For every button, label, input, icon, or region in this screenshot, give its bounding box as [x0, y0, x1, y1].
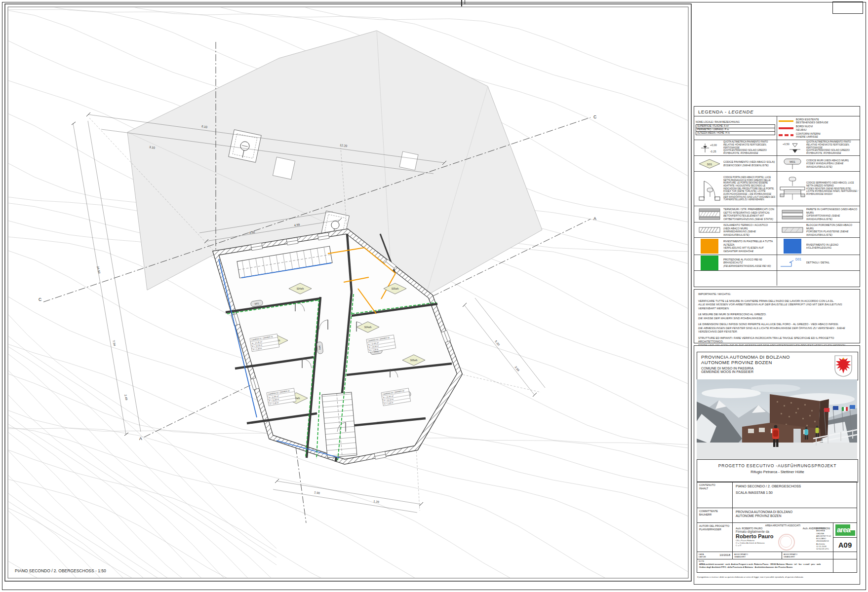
project-name: Rifugio Petrarca - Stettiner Hütte: [697, 470, 858, 474]
svg-text:S04a/b: S04a/b: [364, 326, 372, 329]
municipality-it: COMUNE DI MOSO IN PASSIRIA: [701, 367, 790, 370]
diamond-code-icon: S01: [696, 158, 723, 169]
titleblock-table: CONTENUTOINHALT PIANO SECONDO / 2. OBERG…: [697, 481, 857, 573]
legend-window: CODICE SERRAMENTO (VEDI ABACO), LUCE NET…: [777, 172, 860, 206]
gips-hatch-icon: [779, 208, 806, 220]
legend-empty-cell: [777, 271, 860, 286]
notes-box: IMPORTANTE / WICHTIG: VERIFICARE TUTTE L…: [694, 289, 860, 343]
note-paragraph: VERIFICARE TUTTE LE MISURE IN CANTIERE P…: [698, 299, 856, 311]
svg-text:M01: M01: [789, 160, 795, 163]
section-letter-c: C: [39, 297, 41, 302]
dim-label: 2.49: [124, 394, 128, 401]
project-title-strip: PROGETTO ESECUTIVO -AUSFÜHRUNGSPROJEKT R…: [697, 459, 858, 482]
stair-bottom: [322, 392, 357, 458]
door-symbol-icon: [696, 175, 723, 203]
legend-fire: PROTEZIONE AL FUOCO REI 60BRANDSCHUTZ (F…: [694, 255, 777, 271]
municipality-de: GEMEINDE MOOS IN PASSEIER: [701, 370, 790, 373]
firm-name: AREA ARCHITETTI ASSOCIATI: [733, 523, 833, 527]
level-triangle-icon: +0,50: [779, 142, 806, 154]
fire-line-icon: [701, 256, 718, 270]
rooflight-detail: [229, 130, 261, 162]
orange-line-swatch: [779, 120, 793, 122]
titleblock-header: PROVINCIA AUTONOMA DI BOLZANO AUTONOME P…: [697, 352, 858, 380]
client-name-de: AUTONOME PROVINZ BOZEN: [733, 514, 857, 518]
detail-mark-icon: D01: [779, 257, 806, 269]
dim-label: 1.28: [373, 500, 380, 504]
province-name-it: PROVINCIA AUTONOMA DI BOLZANO: [701, 354, 790, 360]
section-letter-a: A: [593, 216, 596, 221]
svg-text:D01: D01: [795, 258, 801, 261]
sheet-number: A09: [833, 538, 857, 549]
note-paragraph: LE MISURE DEI MURI SI RIFERISCONO AL GRE…: [698, 313, 856, 320]
legend-floor-code: S01 CODICE PAVIMENTO (VEDI ABACO SOLAI)B…: [694, 156, 777, 172]
legend-wall-code: M01 CODICE MURI (VEDI ABACO MURI)KODEX W…: [777, 156, 860, 172]
coat-of-arms: [834, 355, 853, 377]
legend-tiles: RIVESTIMENTO IN PIASTRELLE A TUTTA ALTEZ…: [694, 238, 777, 255]
project-title: PROGETTO ESECUTIVO -AUSFÜHRUNGSPROJEKT: [697, 463, 858, 468]
svg-text:-0,25: -0,25: [710, 150, 716, 153]
legend-empty-cell: [694, 271, 777, 286]
legend-box: LEGENDA - LEGENDE NOME LOCALE / RAUM BEZ…: [694, 106, 860, 287]
level-mark-icon: +0,00 -0,25: [696, 142, 723, 154]
legend-grid: NOME LOCALE / RAUM BEZEICHNUNG SUPERFICI…: [694, 116, 860, 286]
title-block: PROVINCIA AUTONOMA DI BOLZANO AUTONOME P…: [694, 345, 860, 585]
notes-title: IMPORTANTE / WICHTIG:: [698, 293, 856, 296]
dim-label: 5.30: [494, 340, 500, 346]
svg-text:+0,00: +0,00: [710, 144, 717, 147]
pill-code-icon: M01: [779, 158, 806, 170]
legend-room-symbol: NOME LOCALE / RAUM BEZEICHNUNG SUPERFICI…: [694, 116, 777, 140]
plan-caption: PIANO SECONDO / 2. OBERGESCHOSS - 1:50: [15, 568, 106, 573]
porometon-hatch-icon: [779, 225, 806, 234]
floor-plan-drawing: C C A A: [0, 0, 692, 585]
legend-door: CODICE PORTA (VEDI ABACO PORTE), LUCE NE…: [694, 172, 777, 206]
red-dashed-swatch: [779, 134, 793, 136]
wood-line-icon: [784, 239, 801, 254]
svg-text:+0,50: +0,50: [783, 143, 789, 146]
fine-print: Ordine degli Architetti P.P.C. della Pro…: [699, 566, 831, 569]
window-symbol-icon: [779, 176, 806, 202]
province-name-de: AUTONOME PROVINZ BOZEN: [701, 360, 790, 365]
legend-detail: D01 DETTAGLI / DETAIL: [777, 255, 860, 271]
copyright-line: Il progettista si riserva i diritti su q…: [697, 576, 855, 578]
corner-box: [832, 1, 863, 14]
prefab-hatch-icon: [696, 208, 723, 221]
svg-text:S04a/b: S04a/b: [297, 288, 304, 290]
dim-label: 3.99: [514, 366, 520, 372]
note-paragraph: LE DIMENSIONI DEGLI INFISSI SONO RIFERIT…: [698, 323, 856, 334]
legend-insulation: ISOLAMENTO TERMICO / ACUSTICO (VEDI ABAC…: [694, 222, 777, 238]
legend-wood: RIVESTIMENTO IN LEGNOHOLZVERKLEIDUNG: [777, 238, 860, 255]
insulation-hatch-icon: [696, 225, 723, 234]
sheet-date: 10/2018: [719, 554, 730, 556]
dim-label: 24.50: [96, 266, 101, 274]
area-logo: area: [835, 524, 855, 536]
section-letter-a: A: [139, 436, 142, 441]
legend-prefab-wall: TERMOMURI / STR. PREFABBRICATI CON GETTO…: [694, 206, 777, 222]
client-name-it: PROVINCIA AUTONOMA DI BOLZANO: [733, 508, 857, 514]
legend-edges: BORDI ESISTENTEBESTEHENDES GEBÄUDE BORDI…: [777, 116, 860, 140]
drawing-sheet: C C A A: [0, 0, 868, 592]
svg-text:M01: M01: [318, 345, 321, 350]
tiles-line-icon: [701, 239, 718, 254]
digital-signature: Firmato digitalmente da Roberto Pauro CN…: [736, 530, 773, 547]
legend-porometon: BLOCCHI POROMETON (VEDI ABACO MURI)POROB…: [777, 222, 860, 238]
svg-text:S05a/b: S05a/b: [392, 288, 399, 290]
legend-gips-wall: PARETE IN CARTONGESSO (VEDI ABACO MURI)G…: [777, 206, 860, 222]
digital-signature-2: FREGONIANDREAORDINE ARCHITETTI DIBOLZANO…: [816, 527, 831, 550]
svg-text:S01: S01: [707, 162, 712, 165]
sheet-scale: SCALA /MASSTAB 1:50: [733, 488, 857, 494]
section-letter-c: C: [593, 114, 596, 119]
legend-quota-raw: +0,50 QUOTA ALTIMETRICA PAVIMENTO FINITO…: [777, 140, 860, 156]
fine-print: AREA architetti associati · arch. Andrea…: [699, 563, 831, 566]
signature-name: Roberto Pauro: [736, 533, 773, 539]
red-line-swatch: [779, 127, 793, 129]
dim-label: 2.98: [314, 491, 320, 495]
sheet-content: PIANO SECONDO / 2. OBERGESCHOSS: [733, 482, 857, 488]
legend-title: LEGENDA - LEGENDE: [694, 107, 860, 116]
project-rendering: [697, 379, 857, 459]
svg-text:S06a/b: S06a/b: [410, 359, 418, 362]
legend-quota-finished: +0,00 -0,25 QUOTA ALTIMETRICA PAVIMENTO …: [694, 140, 777, 156]
dim-label: 7.54: [112, 340, 116, 346]
